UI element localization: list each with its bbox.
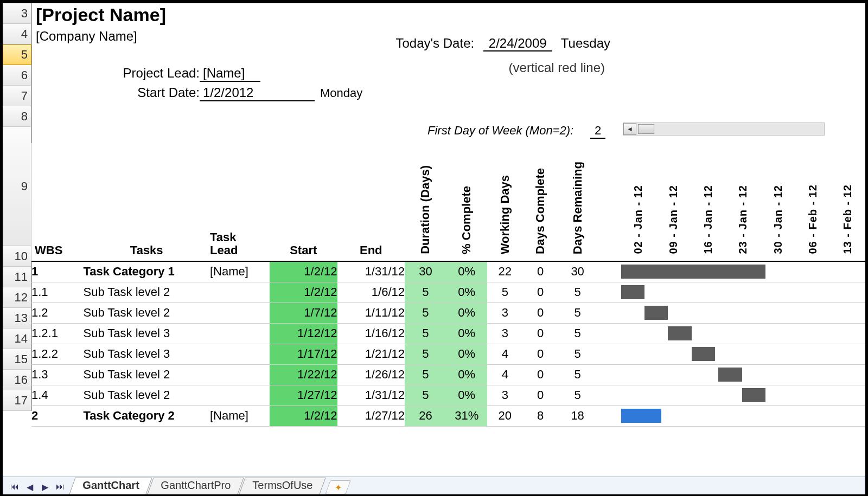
cell-start[interactable]: 1/17/12 xyxy=(270,344,337,364)
new-sheet-button[interactable]: ✦ xyxy=(325,480,350,494)
cell-start[interactable]: 1/2/12 xyxy=(270,405,337,426)
row-header[interactable]: 11 xyxy=(3,267,31,287)
start-date-value[interactable]: 1/2/2012 xyxy=(200,85,315,101)
col-date[interactable]: 30 - Jan - 12 xyxy=(761,143,795,261)
cell-end[interactable]: 1/16/12 xyxy=(337,323,405,344)
scroll-thumb[interactable] xyxy=(638,124,654,134)
table-row[interactable]: 2Task Category 2[Name]1/2/121/27/122631%… xyxy=(31,405,865,426)
cell-end[interactable]: 1/26/12 xyxy=(337,364,405,385)
table-row[interactable]: 1.3Sub Task level 21/22/121/26/1250%405 xyxy=(31,364,865,385)
gantt-bar[interactable] xyxy=(621,265,766,279)
col-pct-complete[interactable]: % Complete xyxy=(446,143,487,261)
col-end[interactable]: End xyxy=(337,143,405,261)
col-date[interactable]: 23 - Jan - 12 xyxy=(726,143,761,261)
cell-lead[interactable]: [Name] xyxy=(210,261,270,282)
gantt-bar[interactable] xyxy=(621,409,661,423)
col-days-complete[interactable]: Days Complete xyxy=(523,143,558,261)
cell-working-days[interactable]: 3 xyxy=(487,323,523,344)
cell-working-days[interactable]: 3 xyxy=(487,385,523,405)
cell-working-days[interactable]: 20 xyxy=(487,405,523,426)
cell-days-remaining[interactable]: 5 xyxy=(558,344,597,364)
tab-nav-prev-icon[interactable]: ◀ xyxy=(22,481,37,493)
gantt-bar[interactable] xyxy=(668,326,691,340)
table-row[interactable]: 1.4Sub Task level 21/27/121/31/1250%305 xyxy=(31,385,865,405)
cell-duration[interactable]: 5 xyxy=(405,385,446,405)
col-date[interactable]: 06 - Feb - 12 xyxy=(795,143,830,261)
cell-start[interactable]: 1/12/12 xyxy=(270,323,337,344)
row-header[interactable]: 5 xyxy=(3,44,31,65)
scroll-left-icon[interactable]: ◄ xyxy=(623,123,636,135)
cell-duration[interactable]: 26 xyxy=(405,405,446,426)
gantt-bar[interactable] xyxy=(692,347,715,361)
col-date[interactable]: 09 - Jan - 12 xyxy=(656,143,691,261)
cell-days-remaining[interactable]: 5 xyxy=(558,323,597,344)
cell-end[interactable]: 1/11/12 xyxy=(337,302,405,323)
cell-start[interactable]: 1/22/12 xyxy=(270,364,337,385)
row-header[interactable]: 13 xyxy=(3,308,31,328)
table-row[interactable]: 1.2.1Sub Task level 31/12/121/16/1250%30… xyxy=(31,323,865,344)
cell-lead[interactable] xyxy=(210,344,270,364)
project-lead-value[interactable]: [Name] xyxy=(200,66,260,82)
cell-lead[interactable] xyxy=(210,282,270,302)
cell-lead[interactable]: [Name] xyxy=(210,405,270,426)
row-header[interactable]: 7 xyxy=(3,86,31,106)
cell-wbs[interactable]: 1.1 xyxy=(31,282,83,302)
table-row[interactable]: 1Task Category 1[Name]1/2/121/31/12300%2… xyxy=(31,261,865,282)
col-tasks[interactable]: Tasks xyxy=(83,143,210,261)
table-row[interactable]: 1.1Sub Task level 21/2/121/6/1250%505 xyxy=(31,282,865,302)
cell-task[interactable]: Sub Task level 2 xyxy=(83,302,210,323)
col-working-days[interactable]: Working Days xyxy=(487,143,523,261)
cell-task[interactable]: Sub Task level 2 xyxy=(83,385,210,405)
gantt-bar[interactable] xyxy=(644,306,668,320)
cell-working-days[interactable]: 5 xyxy=(487,282,523,302)
cell-duration[interactable]: 5 xyxy=(405,323,446,344)
row-header[interactable]: 10 xyxy=(3,246,31,267)
today-date[interactable]: 2/24/2009 xyxy=(483,36,552,51)
cell-end[interactable]: 1/21/12 xyxy=(337,344,405,364)
tab-nav-first-icon[interactable]: ⏮ xyxy=(7,481,22,493)
cell-lead[interactable] xyxy=(210,364,270,385)
cell-days-complete[interactable]: 0 xyxy=(523,302,558,323)
cell-end[interactable]: 1/27/12 xyxy=(337,405,405,426)
cell-task[interactable]: Task Category 1 xyxy=(83,261,210,282)
cell-start[interactable]: 1/2/12 xyxy=(270,282,337,302)
cell-wbs[interactable]: 2 xyxy=(31,405,83,426)
cell-pct[interactable]: 0% xyxy=(446,364,487,385)
cell-days-remaining[interactable]: 30 xyxy=(558,261,597,282)
cell-pct[interactable]: 0% xyxy=(446,282,487,302)
row-header[interactable]: 14 xyxy=(3,328,31,349)
tab-ganttchart[interactable]: GanttChart xyxy=(69,478,152,494)
project-name[interactable]: [Project Name] xyxy=(36,4,865,25)
cell-end[interactable]: 1/6/12 xyxy=(337,282,405,302)
cell-days-remaining[interactable]: 18 xyxy=(558,405,597,426)
cell-wbs[interactable]: 1 xyxy=(31,261,83,282)
table-row[interactable]: 1.2.2Sub Task level 31/17/121/21/1250%40… xyxy=(31,344,865,364)
cell-pct[interactable]: 0% xyxy=(446,323,487,344)
tab-nav-next-icon[interactable]: ▶ xyxy=(37,481,53,493)
row-header[interactable]: 8 xyxy=(3,106,31,127)
cell-pct[interactable]: 0% xyxy=(446,261,487,282)
row-header[interactable]: 3 xyxy=(3,3,31,24)
cell-pct[interactable]: 0% xyxy=(446,344,487,364)
cell-task[interactable]: Task Category 2 xyxy=(83,405,210,426)
cell-lead[interactable] xyxy=(210,302,270,323)
table-row[interactable]: 1.2Sub Task level 21/7/121/11/1250%305 xyxy=(31,302,865,323)
cell-pct[interactable]: 0% xyxy=(446,302,487,323)
col-lead[interactable]: TaskLead xyxy=(210,143,270,261)
cell-duration[interactable]: 30 xyxy=(405,261,446,282)
row-header[interactable]: 16 xyxy=(3,370,31,390)
tab-ganttchartpro[interactable]: GanttChartPro xyxy=(148,478,244,494)
cell-working-days[interactable]: 4 xyxy=(487,364,523,385)
gantt-bar[interactable] xyxy=(718,368,742,382)
cell-working-days[interactable]: 22 xyxy=(487,261,523,282)
cell-working-days[interactable]: 3 xyxy=(487,302,523,323)
cell-wbs[interactable]: 1.4 xyxy=(31,385,83,405)
cell-end[interactable]: 1/31/12 xyxy=(337,261,405,282)
row-header[interactable]: 15 xyxy=(3,349,31,370)
tab-nav-last-icon[interactable]: ⏭ xyxy=(53,481,68,493)
cell-pct[interactable]: 31% xyxy=(446,405,487,426)
col-date[interactable]: 13 - Feb - 12 xyxy=(831,143,865,261)
col-date[interactable]: 16 - Jan - 12 xyxy=(691,143,725,261)
cell-wbs[interactable]: 1.2.1 xyxy=(31,323,83,344)
col-start[interactable]: Start xyxy=(270,143,337,261)
